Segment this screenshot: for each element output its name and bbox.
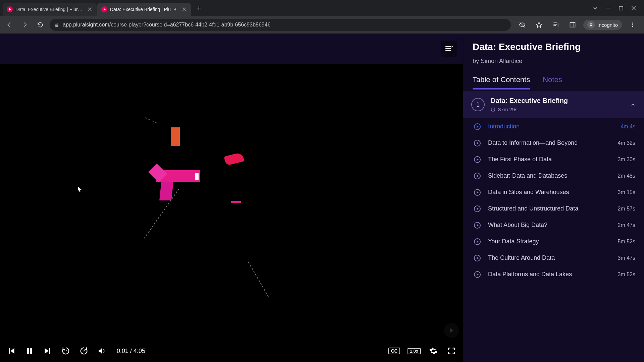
chevron-up-icon[interactable] [630,102,636,108]
tab-toc[interactable]: Table of Contents [473,75,530,89]
lock-icon [54,22,59,27]
lesson-title: Structured and Unstructured Data [488,205,610,212]
tab-title: Data: Executive Briefing | Pluralsi [15,7,85,12]
tab-search-button[interactable] [593,5,598,11]
previous-button[interactable] [6,346,17,356]
incognito-indicator[interactable]: Incognito [583,20,622,30]
tracking-off-icon[interactable] [516,19,528,31]
lesson-row[interactable]: Data in Silos and Warehouses3m 15s [463,184,644,200]
toggle-sidebar-button[interactable] [441,41,457,57]
course-author: by Simon Allardice [473,58,635,65]
svg-rect-1 [570,22,575,27]
svg-text:10: 10 [64,350,67,353]
new-tab-button[interactable] [194,3,204,13]
play-indicator-icon [474,238,481,245]
course-sidebar: Data: Executive Briefing by Simon Allard… [463,34,644,362]
play-indicator-icon [474,173,481,179]
module-duration: 37m 29s [498,107,518,112]
course-player-app: 10 10 0:01 / 4:05 CC 1.0x [0,34,644,362]
bookmark-star-icon[interactable] [533,19,545,31]
video-frame-still [0,64,463,362]
address-bar[interactable]: app.pluralsight.com/course-player?course… [50,19,511,31]
module-header[interactable]: 1 Data: Executive Briefing 37m 29s [463,91,644,118]
lesson-row[interactable]: What About Big Data?2m 47s [463,217,644,233]
lesson-duration: 3m 15s [618,189,635,195]
minimize-button[interactable] [606,6,611,10]
lesson-row[interactable]: Sidebar: Data and Databases2m 48s [463,168,644,184]
tab-title: Data: Executive Briefing | Plu [110,7,171,12]
browser-menu-button[interactable] [627,19,639,31]
browser-tab-active[interactable]: Data: Executive Briefing | Plu [97,3,191,16]
module-number: 1 [471,98,485,111]
lesson-title: The Culture Around Data [488,254,610,261]
svg-point-4 [632,22,633,23]
clock-icon [491,107,495,112]
lesson-title: What About Big Data? [488,222,610,229]
close-window-button[interactable] [631,6,636,10]
settings-button[interactable] [428,346,439,356]
course-header: Data: Executive Briefing by Simon Allard… [463,34,644,69]
svg-rect-8 [30,348,32,354]
lesson-row[interactable]: Your Data Strategy5m 52s [463,233,644,250]
svg-point-5 [632,24,633,25]
play-indicator-icon [474,255,481,261]
fullscreen-button[interactable] [446,346,457,356]
browser-tab[interactable]: Data: Executive Briefing | Pluralsi [3,3,97,16]
lesson-row[interactable]: Data Platforms and Data Lakes3m 52s [463,266,644,283]
audio-playing-icon[interactable] [173,7,179,12]
window-controls [587,5,641,11]
lesson-row[interactable]: Introduction4m 4s [463,118,644,135]
lesson-duration: 2m 48s [618,173,635,179]
forward-button[interactable] [19,19,31,31]
svg-point-6 [632,26,633,27]
svg-rect-0 [619,6,623,10]
lesson-row[interactable]: The Culture Around Data3m 47s [463,250,644,266]
lesson-title: Sidebar: Data and Databases [488,172,610,179]
svg-text:10: 10 [82,350,86,353]
svg-point-2 [590,25,591,26]
play-indicator-icon [474,222,481,229]
lesson-list[interactable]: Introduction4m 4sData to Information—and… [463,118,644,362]
close-icon[interactable] [181,7,187,12]
pluralsight-favicon-icon [7,6,13,12]
volume-button[interactable] [97,346,107,356]
next-button[interactable] [42,346,53,356]
play-indicator-icon [474,123,481,130]
forward-10-button[interactable]: 10 [78,346,89,356]
lesson-title: Data to Information—and Beyond [488,139,610,146]
lesson-row[interactable]: Structured and Unstructured Data2m 57s [463,200,644,217]
play-indicator-icon [474,271,481,278]
play-indicator-icon [474,156,481,163]
play-indicator-icon [474,205,481,212]
play-indicator-icon [474,189,481,196]
lesson-row[interactable]: Data to Information—and Beyond4m 32s [463,135,644,151]
play-indicator-icon [474,140,481,146]
lesson-title: Data in Silos and Warehouses [488,189,610,196]
reading-list-icon[interactable] [550,19,562,31]
close-icon[interactable] [87,7,93,12]
rewind-10-button[interactable]: 10 [60,346,71,356]
tab-notes[interactable]: Notes [543,75,562,89]
incognito-label: Incognito [597,22,618,28]
lesson-duration: 4m 4s [621,124,635,130]
video-player[interactable]: 10 10 0:01 / 4:05 CC 1.0x [0,64,463,362]
back-button[interactable] [3,19,15,31]
lesson-row[interactable]: The First Phase of Data3m 30s [463,151,644,168]
maximize-button[interactable] [619,6,623,10]
side-panel-icon[interactable] [567,19,579,31]
browser-toolbar: app.pluralsight.com/course-player?course… [0,16,644,34]
playback-speed-button[interactable]: 1.0x [408,348,421,354]
pause-button[interactable] [24,346,35,356]
url-text: app.pluralsight.com/course-player?course… [63,22,271,28]
reload-button[interactable] [34,19,46,31]
incognito-icon [587,21,595,28]
lesson-duration: 2m 47s [618,222,635,228]
sidebar-tabs: Table of Contents Notes [463,69,644,89]
lesson-duration: 3m 30s [618,157,635,163]
mouse-cursor-icon [78,186,83,192]
lesson-title: The First Phase of Data [488,156,610,163]
pluralsight-favicon-icon [101,6,107,12]
svg-point-3 [591,25,593,26]
lesson-duration: 3m 47s [618,255,635,261]
closed-captions-button[interactable]: CC [388,348,400,354]
